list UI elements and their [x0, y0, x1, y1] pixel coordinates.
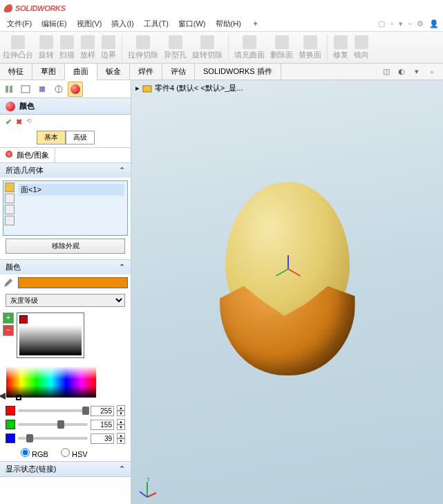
tab-weldments[interactable]: 焊件: [130, 64, 162, 80]
command-tabs: 特征 草图 曲面 钣金 焊件 评估 SOLIDWORKS 插件 ◫ ◐ ▾ ▫: [0, 64, 443, 80]
panel-nav-tabs: [0, 80, 131, 98]
del-swatch-icon[interactable]: −: [3, 325, 14, 336]
filter-face-icon[interactable]: [5, 183, 15, 192]
rib-revolvecut[interactable]: 旋转切除: [192, 35, 223, 60]
pin-icon[interactable]: ✦: [252, 19, 258, 28]
qa-open-icon[interactable]: ▫: [389, 19, 395, 28]
rib-hole[interactable]: 异型孔: [164, 35, 187, 60]
menu-tools[interactable]: 工具(T): [140, 17, 173, 30]
view-triad-icon[interactable]: Y: [137, 478, 158, 498]
red-spinner[interactable]: ▲▼: [117, 405, 125, 416]
grayscale-palette[interactable]: [17, 312, 84, 358]
green-row: ▲▼: [0, 418, 131, 431]
blue-slider[interactable]: [18, 437, 88, 440]
color-sphere-icon: [6, 102, 15, 111]
blue-swatch-icon: [6, 433, 15, 443]
rib-revolve[interactable]: 旋转: [39, 35, 54, 60]
grayscale-gradient[interactable]: [19, 325, 82, 355]
rgb-radio[interactable]: RGB: [21, 448, 48, 458]
green-slider[interactable]: [18, 423, 88, 426]
hsv-radio[interactable]: HSV: [61, 448, 88, 458]
tab-evaluate[interactable]: 评估: [162, 64, 195, 80]
appearance-tab-icon[interactable]: [68, 82, 83, 97]
rib-replace[interactable]: 替换面: [299, 35, 321, 60]
filter-part-icon[interactable]: [5, 216, 15, 225]
remove-appearance-button[interactable]: 移除外观: [6, 239, 125, 254]
green-swatch-icon: [6, 420, 15, 429]
qa-save-icon[interactable]: ▾: [397, 19, 404, 28]
add-swatch-icon[interactable]: +: [3, 312, 14, 324]
tab-addins[interactable]: SOLIDWORKS 插件: [195, 64, 281, 80]
view-section-icon[interactable]: ▫: [426, 66, 437, 77]
ok-icon[interactable]: ✔: [6, 118, 12, 127]
red-swatch-icon: [6, 406, 15, 416]
cancel-icon[interactable]: ✖: [16, 118, 22, 127]
swatch-red[interactable]: [19, 315, 28, 324]
pushpin-icon[interactable]: ⟲: [26, 118, 32, 127]
current-color-swatch[interactable]: [18, 277, 128, 288]
rib-mirror[interactable]: 镜向: [354, 35, 369, 60]
rib-boundary[interactable]: 边界: [101, 35, 116, 60]
expand-icon[interactable]: ▸: [135, 84, 140, 93]
palette-dropdown[interactable]: 灰度等级: [6, 294, 125, 307]
sect-dispstate-head[interactable]: 显示状态(链接)⌃: [0, 462, 131, 476]
rib-deleteface[interactable]: 删除面: [270, 35, 293, 60]
view-display-icon[interactable]: ◐: [396, 66, 407, 77]
menu-window[interactable]: 窗口(W): [174, 17, 210, 30]
blue-spinner[interactable]: ▲▼: [117, 433, 125, 444]
mode-tabs: 基本 高级: [0, 129, 131, 147]
menu-edit[interactable]: 编辑(E): [37, 17, 71, 30]
blue-value-input[interactable]: [91, 433, 114, 444]
subtab-color[interactable]: 颜色/图象: [0, 148, 55, 162]
collapse-icon: ⌃: [119, 263, 125, 272]
green-spinner[interactable]: ▲▼: [117, 419, 125, 430]
rib-extrude[interactable]: 拉伸凸台: [3, 35, 33, 60]
tab-features[interactable]: 特征: [0, 64, 32, 80]
rib-loft[interactable]: 放样: [80, 35, 95, 60]
rib-sweep[interactable]: 扫描: [59, 35, 75, 60]
sub-tabs: 颜色/图象: [0, 147, 131, 163]
property-panel: 颜色 ✔ ✖ ⟲ 基本 高级 颜色/图象 所选几何体⌃: [0, 80, 131, 504]
sect-geometry-head[interactable]: 所选几何体⌃: [0, 163, 131, 178]
color-cursor[interactable]: [16, 395, 21, 400]
tab-surface[interactable]: 曲面: [65, 64, 97, 80]
section-geometry: 所选几何体⌃ 面<1> 移除外观: [0, 163, 131, 260]
basic-mode-tab[interactable]: 基本: [37, 131, 66, 144]
view-scene-icon[interactable]: ▾: [411, 66, 422, 77]
red-value-input[interactable]: [91, 406, 114, 416]
selection-box[interactable]: 面<1>: [3, 180, 128, 236]
menu-help[interactable]: 帮助(H): [211, 17, 245, 30]
rib-heal[interactable]: 修复: [333, 35, 348, 60]
confirm-bar: ✔ ✖ ⟲: [0, 115, 131, 129]
red-slider[interactable]: [18, 409, 88, 412]
rib-cut[interactable]: 拉伸切除: [128, 35, 158, 60]
rib-fill[interactable]: 填充曲面: [234, 35, 265, 60]
hue-saturation-picker[interactable]: [6, 367, 96, 398]
qa-options-icon[interactable]: ⚙: [415, 19, 425, 28]
tab-sheetmetal[interactable]: 钣金: [97, 64, 130, 80]
tree-tab-icon[interactable]: [1, 82, 17, 97]
sect-color-head[interactable]: 颜色⌃: [0, 260, 131, 274]
adv-mode-tab[interactable]: 高级: [66, 131, 95, 144]
selection-item[interactable]: 面<1>: [19, 184, 124, 196]
menu-view[interactable]: 视图(V): [73, 17, 106, 30]
qa-print-icon[interactable]: ▫: [407, 19, 413, 28]
model-egg[interactable]: [225, 182, 350, 334]
qa-new-icon[interactable]: ▢: [377, 19, 386, 28]
display-tab-icon[interactable]: [35, 82, 50, 97]
eyedropper-icon[interactable]: [3, 277, 14, 288]
breadcrumb[interactable]: ▸ 零件4 (默认< <默认>_显...: [135, 83, 243, 93]
menu-bar: 文件(F) 编辑(E) 视图(V) 插入(I) 工具(T) 窗口(W) 帮助(H…: [0, 17, 443, 32]
tab-sketch[interactable]: 草图: [32, 64, 65, 80]
qa-user-icon[interactable]: 👤: [428, 19, 440, 28]
3d-viewport[interactable]: ▸ 零件4 (默认< <默认>_显... Y: [131, 80, 443, 504]
filter-body-icon[interactable]: [5, 205, 15, 214]
selection-list[interactable]: 面<1>: [17, 183, 126, 234]
menu-file[interactable]: 文件(F): [3, 17, 36, 30]
green-value-input[interactable]: [91, 420, 114, 430]
menu-insert[interactable]: 插入(I): [107, 17, 138, 30]
config-tab-icon[interactable]: [18, 82, 33, 97]
dim-tab-icon[interactable]: [51, 82, 66, 97]
view-cube-icon[interactable]: ◫: [381, 66, 392, 77]
filter-feature-icon[interactable]: [5, 194, 15, 203]
